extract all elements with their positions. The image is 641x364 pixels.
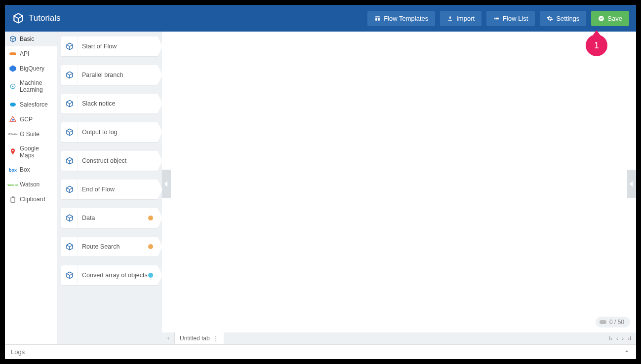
save-button[interactable]: Save xyxy=(591,11,629,26)
node-cube-icon xyxy=(61,151,78,171)
sidebar-item-clipboard[interactable]: Clipboard xyxy=(5,192,57,207)
logs-label: Logs xyxy=(11,348,25,356)
flow-canvas[interactable]: 1 0 / 50 xyxy=(162,32,636,332)
sidebar-item-api[interactable]: API xyxy=(5,46,57,61)
sidebar-item-gsuite[interactable]: GSuite G Suite xyxy=(5,127,57,142)
node-cube-icon xyxy=(61,94,78,113)
salesforce-icon xyxy=(9,101,17,109)
palette-node[interactable]: Slack notice xyxy=(61,94,158,113)
app-logo[interactable]: Tutorials xyxy=(12,12,61,25)
walkthrough-step-marker[interactable]: 1 xyxy=(586,35,607,56)
node-label: End of Flow xyxy=(82,186,158,193)
node-badge xyxy=(148,273,153,278)
node-label: Route Search xyxy=(82,243,148,250)
sidebar-item-watson[interactable]: Watson Watson xyxy=(5,178,57,192)
chevron-up-icon[interactable] xyxy=(623,348,630,356)
flow-tab-bar: + Untitled tab ⋮ I‹ ‹ › ›I xyxy=(162,332,636,344)
palette-node[interactable]: Route Search xyxy=(61,237,158,256)
node-cube-icon xyxy=(61,122,78,142)
node-badge xyxy=(148,244,153,249)
logo-cube-icon xyxy=(12,12,25,25)
node-label: Data xyxy=(82,215,148,221)
import-label: Import xyxy=(456,15,475,22)
node-count-text: 0 / 50 xyxy=(609,319,624,326)
save-label: Save xyxy=(607,15,622,22)
node-palette: Start of Flow Parallel branch Slack noti… xyxy=(57,32,162,344)
sidebar-item-label: GCP xyxy=(20,116,33,123)
collapse-right-panel[interactable] xyxy=(627,170,636,198)
node-label: Construct object xyxy=(82,157,158,164)
add-tab-button[interactable]: + xyxy=(162,332,175,344)
palette-node[interactable]: Parallel branch xyxy=(61,65,158,85)
sidebar-item-gcp[interactable]: GCP xyxy=(5,112,57,127)
sidebar-item-salesforce[interactable]: Salesforce xyxy=(5,97,57,112)
flow-templates-button[interactable]: Flow Templates xyxy=(367,11,435,26)
palette-node[interactable]: Data xyxy=(61,208,158,228)
import-button[interactable]: Import xyxy=(440,11,481,26)
left-sidebar: Basic API BigQuery Machine Learning xyxy=(5,32,57,344)
node-label: Start of Flow xyxy=(82,43,158,50)
sidebar-item-label: Watson xyxy=(20,181,40,188)
canvas-wrap: 1 0 / 50 + Untitled tab ⋮ I‹ ‹ › xyxy=(162,32,636,344)
svg-marker-1 xyxy=(9,65,16,72)
sidebar-item-google-maps[interactable]: Google Maps xyxy=(5,142,57,163)
collapse-left-panel[interactable] xyxy=(162,170,171,198)
map-pin-icon xyxy=(9,148,17,156)
node-badge xyxy=(148,216,153,220)
node-cube-icon xyxy=(61,180,78,199)
palette-node[interactable]: Construct object xyxy=(61,151,158,171)
settings-button[interactable]: Settings xyxy=(540,11,586,26)
ml-icon xyxy=(9,82,17,90)
svg-rect-8 xyxy=(11,197,15,202)
sidebar-item-label: API xyxy=(20,50,29,57)
palette-node[interactable]: Output to log xyxy=(61,122,158,142)
sidebar-item-ml[interactable]: Machine Learning xyxy=(5,76,57,97)
box-icon: box xyxy=(9,166,17,174)
palette-node[interactable]: Convert array of objects xyxy=(61,265,158,285)
palette-node[interactable]: End of Flow xyxy=(61,180,158,199)
flow-templates-label: Flow Templates xyxy=(384,15,428,22)
sidebar-item-label: Clipboard xyxy=(20,196,45,203)
sidebar-item-label: BigQuery xyxy=(20,65,44,72)
bigquery-icon xyxy=(9,65,17,73)
sidebar-item-basic[interactable]: Basic xyxy=(5,32,57,46)
svg-point-7 xyxy=(12,150,14,151)
chevron-left-icon xyxy=(164,181,168,187)
template-icon xyxy=(374,15,381,22)
tab-more-icon[interactable]: ⋮ xyxy=(213,335,219,342)
tab-prev-icon[interactable]: ‹ xyxy=(616,335,618,341)
list-icon xyxy=(493,15,500,22)
step-number: 1 xyxy=(594,40,599,51)
sidebar-item-label: Google Maps xyxy=(20,145,53,159)
node-cube-icon xyxy=(61,65,78,85)
body-row: Basic API BigQuery Machine Learning xyxy=(5,32,636,344)
gsuite-icon: GSuite xyxy=(9,130,17,138)
svg-point-3 xyxy=(12,86,14,87)
app-root: Tutorials Flow Templates Import Flow Lis… xyxy=(5,5,636,359)
node-label: Convert array of objects xyxy=(82,272,148,279)
flow-list-label: Flow List xyxy=(503,15,528,22)
palette-node[interactable]: Start of Flow xyxy=(61,36,158,56)
flow-tab[interactable]: Untitled tab ⋮ xyxy=(175,332,224,344)
check-circle-icon xyxy=(598,15,604,22)
sidebar-item-box[interactable]: box Box xyxy=(5,163,57,178)
tab-nav-controls: I‹ ‹ › ›I xyxy=(604,332,636,344)
svg-point-4 xyxy=(10,103,16,107)
sidebar-item-bigquery[interactable]: BigQuery xyxy=(5,61,57,76)
tab-label: Untitled tab xyxy=(180,335,210,342)
flow-list-button[interactable]: Flow List xyxy=(486,11,535,26)
chevron-right-icon xyxy=(630,181,634,187)
tab-first-icon[interactable]: I‹ xyxy=(609,335,612,341)
svg-rect-9 xyxy=(12,196,14,198)
sidebar-item-label: Salesforce xyxy=(20,101,48,108)
tab-spacer xyxy=(224,332,604,344)
node-label: Parallel branch xyxy=(82,72,158,78)
app-title: Tutorials xyxy=(29,13,61,23)
logs-panel-header[interactable]: Logs xyxy=(5,344,636,359)
header-bar: Tutorials Flow Templates Import Flow Lis… xyxy=(5,5,636,32)
tab-last-icon[interactable]: ›I xyxy=(628,335,631,341)
clipboard-icon xyxy=(9,196,17,204)
pill-dot-icon xyxy=(600,320,606,324)
gcp-icon xyxy=(9,115,17,123)
tab-next-icon[interactable]: › xyxy=(622,335,624,341)
